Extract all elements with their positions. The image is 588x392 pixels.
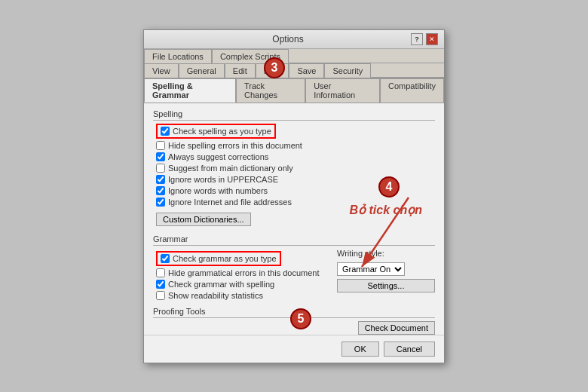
step3-circle: 3 <box>264 57 285 78</box>
check-spelling-checkbox[interactable] <box>161 127 170 136</box>
ignore-internet-label: Ignore Internet and file addresses <box>168 198 292 207</box>
tabs-row3: Spelling & Grammar Track Changes User In… <box>144 78 444 103</box>
dialog-title: Options <box>165 34 411 44</box>
check-grammar-highlighted: Check grammar as you type <box>156 251 281 266</box>
check-grammar-spelling-label: Check grammar with spelling <box>168 280 274 289</box>
writing-style-select[interactable]: Grammar Only <box>337 262 405 276</box>
hide-grammar-label: Hide grammatical errors in this document <box>168 268 320 277</box>
main-dict-label: Suggest from main dictionary only <box>168 164 293 173</box>
tab-edit[interactable]: Edit <box>225 63 256 78</box>
tab-security[interactable]: Security <box>324 63 371 78</box>
show-readability-label: Show readability statistics <box>168 291 263 300</box>
hide-grammar-row: Hide grammatical errors in this document <box>153 268 325 277</box>
hide-spelling-row: Hide spelling errors in this document <box>153 141 435 150</box>
writing-style-row: Grammar Only <box>337 262 405 276</box>
cancel-button[interactable]: Cancel <box>384 341 435 357</box>
hide-spelling-checkbox[interactable] <box>156 141 165 150</box>
tab-save[interactable]: Save <box>289 63 324 78</box>
annotation-note: Bỏ tick chọn <box>350 203 422 217</box>
check-grammar-label: Check grammar as you type <box>173 254 277 263</box>
ignore-uppercase-label: Ignore words in UPPERCASE <box>168 175 278 184</box>
check-spelling-highlighted: Check spelling as you type <box>156 124 276 139</box>
help-button[interactable]: ? <box>411 33 423 45</box>
dialog-footer: OK Cancel <box>144 335 444 363</box>
tab-user-information[interactable]: User Information <box>305 78 380 103</box>
check-document-button[interactable]: Check Document <box>358 321 435 335</box>
check-grammar-checkbox[interactable] <box>161 254 170 263</box>
custom-dict-button[interactable]: Custom Dictionaries... <box>156 213 251 226</box>
close-button[interactable]: ✕ <box>426 33 438 45</box>
grammar-content: Check grammar as you type Hide grammatic… <box>153 249 435 302</box>
tab-compatibility[interactable]: Compatibility <box>380 78 444 103</box>
tab-general[interactable]: General <box>179 63 225 78</box>
settings-button[interactable]: Settings... <box>337 279 435 292</box>
hide-spelling-label: Hide spelling errors in this document <box>168 141 302 150</box>
grammar-section-label: Grammar <box>153 234 435 246</box>
tab-file-locations[interactable]: File Locations <box>144 49 212 63</box>
tab-track-changes[interactable]: Track Changes <box>236 78 305 103</box>
writing-style-label: Writing style: <box>337 249 384 258</box>
check-grammar-spelling-row: Check grammar with spelling <box>153 280 325 289</box>
always-suggest-row: Always suggest corrections <box>153 152 435 161</box>
always-suggest-label: Always suggest corrections <box>168 152 268 161</box>
step4-circle: 4 <box>378 176 400 198</box>
main-dict-checkbox[interactable] <box>156 164 165 173</box>
ignore-numbers-checkbox[interactable] <box>156 186 165 195</box>
show-readability-row: Show readability statistics <box>153 291 325 300</box>
tabs-row1: File Locations Complex Scripts <box>144 49 444 63</box>
tab-view[interactable]: View <box>144 63 179 78</box>
grammar-right: Writing style: Grammar Only Settings... <box>337 249 435 302</box>
show-readability-checkbox[interactable] <box>156 291 165 300</box>
ignore-uppercase-checkbox[interactable] <box>156 175 165 184</box>
step5-circle: 5 <box>290 308 311 329</box>
title-controls: ? ✕ <box>411 33 438 45</box>
tab-spelling-grammar[interactable]: Spelling & Grammar <box>144 78 236 103</box>
hide-grammar-checkbox[interactable] <box>156 268 165 277</box>
tabs-row2: View General Edit Print Save Security <box>144 63 444 78</box>
check-grammar-spelling-checkbox[interactable] <box>156 280 165 289</box>
title-bar: Options ? ✕ <box>144 30 444 49</box>
always-suggest-checkbox[interactable] <box>156 152 165 161</box>
ignore-internet-checkbox[interactable] <box>156 198 165 207</box>
spelling-section-label: Spelling <box>153 109 435 121</box>
check-grammar-row: Check grammar as you type <box>153 251 325 266</box>
main-dict-row: Suggest from main dictionary only <box>153 164 435 173</box>
grammar-section: Grammar Check grammar as you type Hide g… <box>153 234 435 302</box>
ignore-numbers-label: Ignore words with numbers <box>168 186 268 195</box>
check-spelling-row: Check spelling as you type <box>153 124 435 139</box>
grammar-left: Check grammar as you type Hide grammatic… <box>153 249 325 302</box>
check-spelling-label: Check spelling as you type <box>173 127 271 136</box>
ok-button[interactable]: OK <box>341 341 379 357</box>
